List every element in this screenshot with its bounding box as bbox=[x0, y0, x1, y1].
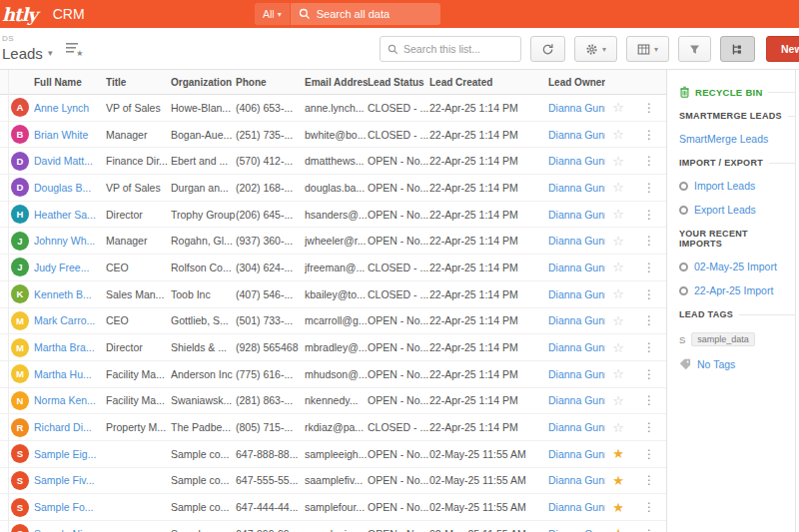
column-header-phone[interactable]: Phone bbox=[236, 77, 305, 88]
star-toggle[interactable]: ☆ bbox=[605, 420, 631, 435]
table-row[interactable]: N Norma Ken... Facility Ma... Swaniawsk.… bbox=[0, 388, 666, 415]
row-menu-button[interactable]: ⋮ bbox=[631, 208, 667, 222]
lead-owner-link[interactable]: Dianna Gunn bbox=[548, 102, 605, 114]
row-menu-button[interactable]: ⋮ bbox=[631, 154, 667, 168]
lead-name-link[interactable]: Martha Bra... bbox=[34, 341, 106, 353]
row-menu-button[interactable]: ⋮ bbox=[631, 527, 667, 532]
column-header-email[interactable]: Email Address bbox=[305, 77, 368, 88]
row-menu-button[interactable]: ⋮ bbox=[631, 447, 667, 461]
column-header-lead-owner[interactable]: Lead Owner bbox=[548, 77, 605, 88]
smartmerge-leads-link[interactable]: SmartMerge Leads bbox=[679, 133, 795, 145]
lead-name-link[interactable]: Judy Free... bbox=[34, 262, 106, 273]
lead-owner-link[interactable]: Dianna Gunn bbox=[548, 448, 605, 460]
lead-name-link[interactable]: David Matt... bbox=[34, 155, 106, 167]
row-menu-button[interactable]: ⋮ bbox=[631, 261, 667, 274]
recycle-bin-link[interactable]: RECYCLE BIN bbox=[679, 86, 795, 98]
lead-owner-link[interactable]: Dianna Gunn bbox=[548, 182, 605, 194]
lead-owner-link[interactable]: Dianna Gunn bbox=[548, 209, 605, 221]
lead-name-link[interactable]: Anne Lynch bbox=[34, 102, 106, 114]
table-row[interactable]: D Douglas B... VP of Sales Durgan an... … bbox=[0, 175, 666, 202]
star-toggle[interactable]: ☆ bbox=[605, 100, 631, 115]
lead-owner-link[interactable]: Dianna Gunn bbox=[548, 262, 605, 273]
star-toggle[interactable]: ☆ bbox=[605, 393, 631, 408]
leads-view-dropdown[interactable]: Leads ▾ bbox=[2, 46, 52, 61]
star-toggle[interactable]: ☆ bbox=[605, 207, 631, 222]
lead-name-link[interactable]: Sample Eig... bbox=[34, 448, 106, 460]
search-scope-dropdown[interactable]: All ▾ bbox=[255, 3, 290, 25]
star-toggle[interactable]: ☆ bbox=[605, 366, 631, 381]
row-menu-button[interactable]: ⋮ bbox=[631, 181, 667, 195]
row-menu-button[interactable]: ⋮ bbox=[631, 101, 667, 115]
row-menu-button[interactable]: ⋮ bbox=[631, 128, 667, 142]
star-toggle[interactable]: ★ bbox=[605, 446, 631, 461]
refresh-button[interactable] bbox=[530, 36, 565, 62]
global-search-input[interactable]: Search all data bbox=[291, 3, 440, 25]
lead-name-link[interactable]: Johnny Wh... bbox=[34, 235, 106, 247]
star-toggle[interactable]: ★ bbox=[605, 500, 631, 515]
table-row[interactable]: H Heather Sa... Director Trophy Group (2… bbox=[0, 202, 666, 229]
column-header-organization[interactable]: Organization bbox=[171, 77, 236, 88]
star-toggle[interactable]: ★ bbox=[605, 473, 631, 488]
star-toggle[interactable]: ☆ bbox=[605, 260, 631, 274]
star-toggle[interactable]: ☆ bbox=[605, 286, 631, 301]
column-header-title[interactable]: Title bbox=[106, 77, 171, 88]
lead-owner-link[interactable]: Dianna Gunn bbox=[548, 129, 605, 141]
table-row[interactable]: M Martha Hu... Facility Ma... Anderson I… bbox=[0, 361, 666, 388]
star-toggle[interactable]: ☆ bbox=[605, 154, 631, 169]
lead-name-link[interactable]: Mark Carro... bbox=[34, 314, 106, 326]
table-row[interactable]: D David Matt... Finance Dir... Ebert and… bbox=[0, 148, 666, 175]
import-leads-link[interactable]: Import Leads bbox=[679, 180, 795, 192]
new-lead-button[interactable]: New Lead bbox=[766, 36, 799, 62]
lead-owner-link[interactable]: Dianna Gunn bbox=[548, 341, 605, 353]
no-tags-link[interactable]: No Tags bbox=[679, 358, 795, 370]
lead-owner-link[interactable]: Dianna Gunn bbox=[548, 528, 605, 532]
lead-name-link[interactable]: Heather Sa... bbox=[34, 209, 106, 221]
table-row[interactable]: S Sample Eig... Sample co... 647-888-88.… bbox=[0, 441, 666, 468]
row-menu-button[interactable]: ⋮ bbox=[631, 367, 667, 381]
lead-name-link[interactable]: Kenneth B... bbox=[34, 288, 106, 300]
lead-name-link[interactable]: Sample Ni... bbox=[34, 528, 106, 532]
lead-owner-link[interactable]: Dianna Gunn bbox=[548, 421, 605, 433]
table-row[interactable]: S Sample Fiv... Sample co... 647-555-55.… bbox=[0, 468, 666, 495]
table-row[interactable]: M Mark Carro... CEO Gottlieb, S... (501)… bbox=[0, 308, 666, 335]
columns-dropdown-button[interactable]: ▾ bbox=[626, 36, 669, 62]
star-toggle[interactable]: ★ bbox=[605, 526, 631, 532]
lead-owner-link[interactable]: Dianna Gunn bbox=[548, 288, 605, 300]
row-menu-button[interactable]: ⋮ bbox=[631, 313, 667, 327]
table-row[interactable]: K Kenneth B... Sales Man... Toob Inc (40… bbox=[0, 281, 666, 308]
table-row[interactable]: A Anne Lynch VP of Sales Howe-Blan... (4… bbox=[0, 95, 666, 122]
lead-owner-link[interactable]: Dianna Gunn bbox=[548, 235, 605, 247]
star-toggle[interactable]: ☆ bbox=[605, 127, 631, 142]
row-menu-button[interactable]: ⋮ bbox=[631, 340, 667, 354]
lead-owner-link[interactable]: Dianna Gunn bbox=[548, 368, 605, 380]
table-row[interactable]: J Johnny Wh... Manager Rogahn, Gl... (93… bbox=[0, 228, 666, 255]
row-menu-button[interactable]: ⋮ bbox=[631, 393, 667, 407]
list-search-input[interactable] bbox=[403, 43, 513, 55]
column-header-full-name[interactable]: Full Name bbox=[34, 77, 106, 88]
star-toggle[interactable]: ☆ bbox=[605, 340, 631, 355]
lead-owner-link[interactable]: Dianna Gunn bbox=[548, 501, 605, 513]
row-menu-button[interactable]: ⋮ bbox=[631, 500, 667, 514]
export-leads-link[interactable]: Export Leads bbox=[679, 204, 795, 216]
lead-owner-link[interactable]: Dianna Gunn bbox=[548, 314, 605, 326]
recent-import-link[interactable]: 22-Apr-25 Import bbox=[679, 284, 795, 296]
row-menu-button[interactable]: ⋮ bbox=[631, 234, 667, 248]
lead-name-link[interactable]: Douglas B... bbox=[34, 182, 106, 194]
table-row[interactable]: J Judy Free... CEO Rolfson Co... (304) 6… bbox=[0, 255, 666, 281]
list-with-star-icon[interactable]: ★ bbox=[66, 42, 81, 55]
recent-import-link[interactable]: 02-May-25 Import bbox=[679, 261, 795, 272]
row-menu-button[interactable]: ⋮ bbox=[631, 287, 667, 301]
row-menu-button[interactable]: ⋮ bbox=[631, 473, 667, 487]
table-row[interactable]: S Sample Fo... Sample co... 647-444-44..… bbox=[0, 494, 666, 521]
column-header-lead-created[interactable]: Lead Created bbox=[429, 77, 548, 88]
tag-sample-data[interactable]: sample_data bbox=[691, 332, 755, 346]
lead-name-link[interactable]: Sample Fo... bbox=[34, 501, 106, 513]
table-row[interactable]: R Richard Di... Property M... The Padbe.… bbox=[0, 414, 666, 441]
table-row[interactable]: M Martha Bra... Director Shields & ... (… bbox=[0, 334, 666, 361]
lead-name-link[interactable]: Martha Hu... bbox=[34, 368, 106, 380]
star-toggle[interactable]: ☆ bbox=[605, 180, 631, 195]
row-menu-button[interactable]: ⋮ bbox=[631, 420, 667, 434]
star-toggle[interactable]: ☆ bbox=[605, 313, 631, 328]
lead-name-link[interactable]: Norma Ken... bbox=[34, 394, 106, 406]
pipeline-view-button[interactable] bbox=[720, 36, 755, 62]
